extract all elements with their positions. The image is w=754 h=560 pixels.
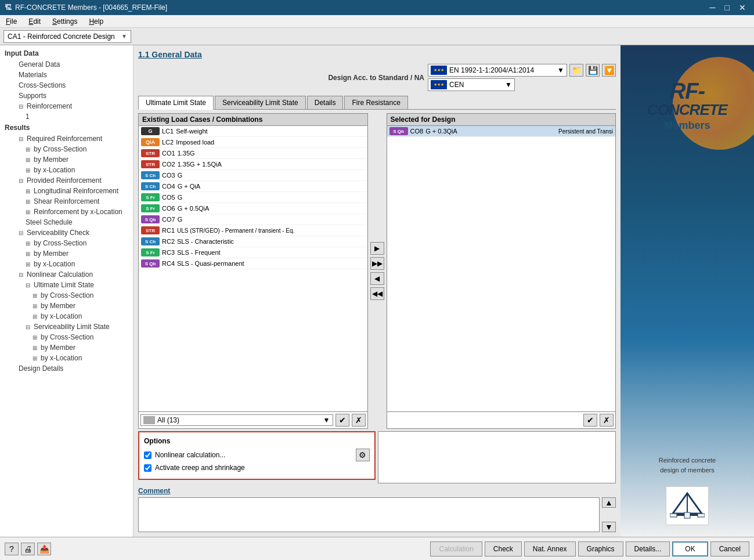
filter-dropdown[interactable]: All (13) ▼ (140, 414, 333, 426)
tree-item-provided-reinforcement[interactable]: ⊟ Provided Reinforcement (0, 175, 133, 186)
standard-load-icon-button[interactable]: 📁 (569, 64, 583, 77)
tree-item-sls-by-cross-section[interactable]: ⊞ by Cross-Section (0, 332, 133, 342)
tree-item-req-by-cross-section[interactable]: ⊞ by Cross-Section (0, 144, 133, 154)
comment-scroll-down-icon[interactable]: ▼ (602, 522, 616, 532)
tree-item-sls[interactable]: ⊟ Serviceability Limit State (0, 321, 133, 332)
print-icon-button[interactable]: 🖨 (21, 543, 35, 555)
tab-details[interactable]: Details (307, 96, 344, 109)
load-row-rc4[interactable]: S Qb RC4 SLS - Quasi-permanent (139, 258, 367, 269)
comment-scroll-up-icon[interactable]: ▲ (602, 497, 616, 508)
details-button[interactable]: Details... (626, 541, 670, 557)
badge-co1: STR (141, 149, 160, 157)
tree-item-longitudinal-reinforcement[interactable]: ⊞ Longitudinal Reinforcement (0, 186, 133, 196)
export-icon-button[interactable]: 📤 (37, 543, 51, 555)
na-dropdown[interactable]: ★★★ CEN ▼ (428, 78, 515, 91)
tree-item-reinforcement-1[interactable]: 1 (0, 111, 133, 122)
load-row-lc2[interactable]: QiA LC2 Imposed load (139, 137, 367, 148)
tree-item-sls-by-member[interactable]: ⊞ by Member (0, 342, 133, 353)
load-row-lc1[interactable]: G LC1 Self-weight (139, 126, 367, 137)
menu-settings[interactable]: Settings (49, 16, 81, 27)
calculation-button[interactable]: Calculation (430, 541, 482, 557)
design-case-dropdown[interactable]: CA1 - Reinforced Concrete Design ▼ (3, 30, 131, 43)
load-row-co2[interactable]: STR CO2 1.35G + 1.5QiA (139, 159, 367, 170)
options-section: Options Nonlinear calculation... ⚙ Activ… (138, 431, 616, 483)
minimize-button[interactable]: ─ (706, 3, 719, 12)
tree-item-cross-sections[interactable]: Cross-Sections (0, 80, 133, 91)
tree-item-design-details[interactable]: Design Details (0, 363, 133, 374)
standard-filter-icon-button[interactable]: 🔽 (602, 64, 616, 77)
creep-checkbox[interactable] (144, 464, 151, 472)
badge-co3: S Ch (141, 171, 160, 179)
select-all-icon-button[interactable]: ✔ (335, 414, 349, 427)
tree-item-svc-by-cross-section[interactable]: ⊞ by Cross-Section (0, 238, 133, 248)
tree-item-nonlinear-calculation[interactable]: ⊟ Nonlinear Calculation (0, 269, 133, 280)
deselect-all-icon-button[interactable]: ✗ (352, 414, 366, 427)
tree-item-uls-by-cross-section[interactable]: ⊞ by Cross-Section (0, 290, 133, 301)
tree-item-steel-schedule[interactable]: Steel Schedule (0, 217, 133, 227)
load-row-co6[interactable]: S Fr CO6 G + 0.5QiA (139, 203, 367, 214)
help-icon-button[interactable]: ? (5, 543, 19, 555)
tree-item-uls-by-x-location[interactable]: ⊞ by x-Location (0, 311, 133, 321)
tab-serviceability-limit-state[interactable]: Serviceability Limit State (215, 96, 306, 109)
tab-fire-resistance[interactable]: Fire Resistance (344, 96, 407, 109)
nonlinear-checkbox[interactable] (144, 451, 151, 459)
menu-file[interactable]: File (2, 16, 20, 27)
design-standard-row: Design Acc. to Standard / NA ★★★ EN 1992… (138, 64, 616, 91)
tree-item-serviceability-check[interactable]: ⊟ Serviceability Check (0, 227, 133, 238)
tree-item-svc-by-member[interactable]: ⊞ by Member (0, 248, 133, 259)
transfer-arrow-buttons: ▶ ▶▶ ◀ ◀◀ (370, 242, 384, 300)
remove-one-button[interactable]: ◀ (370, 272, 384, 285)
load-row-co7[interactable]: S Qb CO7 G (139, 214, 367, 225)
maximize-button[interactable]: □ (721, 3, 733, 12)
bottom-toolbar: ? 🖨 📤 Calculation Check Nat. Annex Graph… (0, 537, 754, 560)
add-all-button[interactable]: ▶▶ (370, 257, 384, 270)
tree-item-uls[interactable]: ⊟ Ultimate Limit State (0, 280, 133, 290)
label-rc2: SLS - Characteristic (177, 238, 234, 245)
selected-row-co8[interactable]: S Qb CO8 G + 0.3QiA Persistent and Trans… (387, 126, 616, 137)
cancel-button[interactable]: Cancel (710, 541, 749, 557)
selected-deselect-all-icon-button[interactable]: ✗ (600, 414, 614, 427)
load-row-co4[interactable]: S Ch CO4 G + QiA (139, 181, 367, 192)
tree-item-uls-by-member[interactable]: ⊞ by Member (0, 301, 133, 311)
creep-checkbox-row: Activate creep and shrinkage (144, 464, 370, 472)
menu-help[interactable]: Help (85, 16, 107, 27)
standard-dropdown[interactable]: ★★★ EN 1992-1-1:2004/A1:2014 ▼ (428, 64, 567, 77)
load-row-co5[interactable]: S Fr CO5 G (139, 192, 367, 203)
tree-item-reinforcement-by-x[interactable]: ⊞ Reinforcement by x-Location (0, 207, 133, 217)
comment-textarea[interactable] (138, 497, 600, 532)
label-rc3: SLS - Frequent (177, 249, 221, 256)
selected-load-header: Selected for Design (387, 114, 616, 126)
tree-item-svc-by-x-location[interactable]: ⊞ by x-Location (0, 259, 133, 269)
graphics-button[interactable]: Graphics (578, 541, 623, 557)
load-row-rc3[interactable]: S Fr RC3 SLS - Frequent (139, 247, 367, 258)
close-button[interactable]: ✕ (735, 3, 749, 12)
ok-button[interactable]: OK (672, 541, 708, 557)
nat-annex-button[interactable]: Nat. Annex (524, 541, 576, 557)
tree-item-general-data[interactable]: General Data (0, 59, 133, 70)
tree-item-shear-reinforcement[interactable]: ⊞ Shear Reinforcement (0, 196, 133, 207)
selected-select-all-icon-button[interactable]: ✔ (583, 414, 597, 427)
code-lc1: LC1 (162, 128, 174, 135)
tree-item-supports[interactable]: Supports (0, 91, 133, 101)
remove-all-button[interactable]: ◀◀ (370, 287, 384, 300)
add-one-button[interactable]: ▶ (370, 242, 384, 255)
check-button[interactable]: Check (485, 541, 522, 557)
tree-item-sls-by-x-location[interactable]: ⊞ by x-Location (0, 353, 133, 363)
tab-ultimate-limit-state[interactable]: Ultimate Limit State (138, 96, 214, 110)
tree-item-materials[interactable]: Materials (0, 70, 133, 80)
tree-item-req-by-member[interactable]: ⊞ by Member (0, 154, 133, 165)
nonlinear-settings-icon-button[interactable]: ⚙ (356, 449, 370, 461)
load-row-co1[interactable]: STR CO1 1.35G (139, 148, 367, 159)
load-row-rc2[interactable]: S Ch RC2 SLS - Characteristic (139, 236, 367, 247)
tree-item-required-reinforcement[interactable]: ⊟ Required Reinforcement (0, 133, 133, 144)
tree-item-req-by-x-location[interactable]: ⊞ by x-Location (0, 165, 133, 175)
standard-save-icon-button[interactable]: 💾 (586, 64, 600, 77)
app-icon: 🏗 (5, 3, 12, 12)
tree-item-reinforcement[interactable]: ⊟ Reinforcement (0, 101, 133, 111)
comment-section: Comment ▲ ▼ (138, 487, 616, 532)
label-co2: 1.35G + 1.5QiA (178, 161, 222, 168)
load-row-rc1[interactable]: STR RC1 ULS (STR/GEO) - Permanent / tran… (139, 225, 367, 236)
menu-edit[interactable]: Edit (25, 16, 44, 27)
code-co5: CO5 (162, 194, 175, 201)
load-row-co3[interactable]: S Ch CO3 G (139, 170, 367, 181)
